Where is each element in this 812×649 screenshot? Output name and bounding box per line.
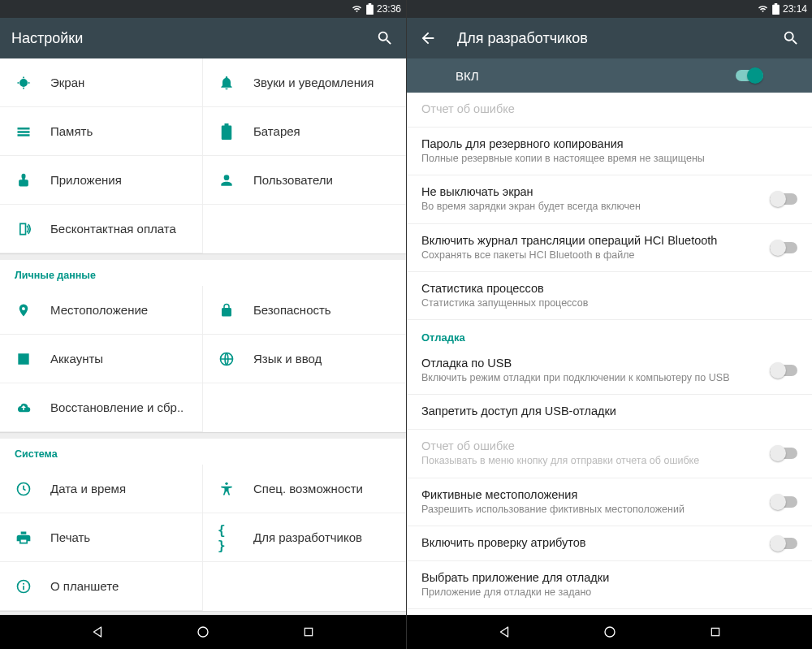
settings-item-sound[interactable]: Звуки и уведомления: [203, 58, 406, 107]
item-label: Батарея: [253, 124, 300, 138]
page-title: Для разработчиков: [457, 30, 762, 47]
settings-content: Экран Звуки и уведомления Память Батарея…: [0, 58, 406, 615]
row-switch: [770, 448, 797, 459]
row-switch[interactable]: [770, 242, 797, 253]
nav-home[interactable]: [602, 624, 618, 640]
row-title: Пароль для резервного копирования: [421, 137, 797, 150]
developer-row[interactable]: Выбрать приложение для отладкиПриложение…: [407, 561, 812, 609]
back-button[interactable]: [418, 28, 438, 48]
row-subtitle: Разрешить использование фиктивных местоп…: [421, 503, 760, 516]
settings-item-about[interactable]: О планшете: [0, 562, 203, 611]
search-icon: [376, 29, 394, 47]
wifi-icon: [757, 4, 769, 14]
location-icon: [15, 301, 32, 319]
nfc-icon: [15, 220, 32, 238]
lock-icon: [218, 301, 235, 319]
info-icon: [15, 578, 32, 595]
section-header: Отладка: [407, 320, 812, 347]
item-label: Язык и ввод: [253, 352, 322, 366]
settings-item-datetime[interactable]: Дата и время: [0, 465, 203, 513]
settings-item-nfc[interactable]: Бесконтактная оплата: [0, 205, 203, 253]
master-toggle-switch[interactable]: [736, 70, 763, 81]
settings-item-print[interactable]: Печать: [0, 513, 203, 562]
nav-back[interactable]: [496, 624, 512, 640]
item-label: Печать: [50, 530, 90, 544]
row-subtitle: Сохранять все пакеты HCI Bluetooth в фай…: [421, 249, 760, 262]
nav-recent[interactable]: [300, 624, 317, 640]
battery-icon: [366, 3, 374, 15]
master-toggle-row[interactable]: ВКЛ: [407, 58, 812, 93]
svg-point-6: [198, 627, 208, 637]
row-subtitle: Показывать в меню кнопку для отправки от…: [421, 454, 760, 467]
settings-item-location[interactable]: Местоположение: [0, 286, 203, 335]
search-icon: [782, 29, 800, 47]
accessibility-icon: [218, 480, 235, 498]
settings-item-developer[interactable]: { } Для разработчиков: [203, 513, 406, 562]
developer-row[interactable]: Фиктивные местоположенияРазрешить исполь…: [407, 478, 812, 526]
category-header: Личные данные: [0, 260, 406, 286]
app-bar: Настройки: [0, 18, 406, 58]
item-label: Приложения: [50, 173, 122, 187]
settings-item-language[interactable]: Язык и ввод: [203, 335, 406, 383]
nav-home[interactable]: [195, 624, 211, 640]
status-time: 23:14: [783, 3, 807, 15]
developer-screen: 23:14 Для разработчиков ВКЛ Отчет об оши…: [406, 0, 812, 649]
settings-item-memory[interactable]: Память: [0, 107, 203, 156]
nav-bar: [0, 615, 406, 649]
settings-item-apps[interactable]: Приложения: [0, 156, 203, 205]
svg-rect-7: [304, 628, 312, 635]
item-label: Спец. возможности: [253, 482, 363, 495]
clock-icon: [15, 480, 32, 498]
item-label: Бесконтактная оплата: [50, 222, 176, 236]
battery-icon: [218, 123, 235, 141]
settings-item-security[interactable]: Безопасность: [203, 286, 406, 335]
master-toggle-label: ВКЛ: [456, 69, 479, 83]
row-title: Включить проверку атрибутов: [421, 536, 760, 549]
nav-recent[interactable]: [707, 624, 723, 640]
settings-item-accessibility[interactable]: Спец. возможности: [203, 465, 406, 513]
category-header: Система: [0, 439, 406, 465]
page-title: Настройки: [11, 30, 356, 47]
row-switch[interactable]: [770, 538, 797, 549]
search-button[interactable]: [375, 28, 395, 48]
developer-row[interactable]: Статистика процессовСтатистика запущенны…: [407, 272, 812, 320]
app-bar: Для разработчиков: [407, 18, 812, 58]
row-title: Отчет об ошибке: [421, 102, 797, 115]
item-label: Звуки и уведомления: [253, 76, 374, 89]
row-switch[interactable]: [770, 193, 797, 205]
account-icon: [15, 350, 32, 368]
developer-row[interactable]: Пароль для резервного копированияПолные …: [407, 128, 812, 175]
settings-item-display[interactable]: Экран: [0, 58, 203, 107]
apps-icon: [15, 171, 32, 189]
memory-icon: [15, 123, 32, 141]
developer-row[interactable]: Включить проверку атрибутов: [407, 526, 812, 561]
developer-row[interactable]: Включить журнал трансляции операций HCI …: [407, 224, 812, 272]
developer-row[interactable]: Отладка по USBВключить режим отладки при…: [407, 347, 812, 395]
backup-icon: [15, 399, 32, 417]
row-title: Отладка по USB: [421, 357, 760, 370]
row-switch[interactable]: [770, 496, 797, 508]
status-time: 23:36: [377, 3, 401, 15]
svg-rect-9: [711, 628, 719, 635]
item-label: Аккаунты: [50, 352, 103, 366]
settings-item-backup[interactable]: Восстановление и сбр..: [0, 383, 203, 432]
item-label: Пользователи: [253, 173, 333, 187]
row-title: Фиктивные местоположения: [421, 488, 760, 501]
wifi-icon: [351, 4, 363, 14]
settings-item-users[interactable]: Пользователи: [203, 156, 406, 205]
settings-item-accounts[interactable]: Аккаунты: [0, 335, 203, 383]
display-icon: [15, 74, 32, 92]
row-subtitle: Включить режим отладки при подключении к…: [421, 371, 760, 384]
row-title: Не выключать экран: [421, 185, 760, 198]
nav-back[interactable]: [89, 624, 106, 640]
settings-screen: 23:36 Настройки Экран Звуки и уведомлени…: [0, 0, 406, 649]
developer-row[interactable]: Запретить доступ для USB-отладки: [407, 395, 812, 430]
settings-group: Экран Звуки и уведомления Память Батарея…: [0, 58, 406, 253]
settings-item-battery[interactable]: Батарея: [203, 107, 406, 156]
row-subtitle: Приложение для отладки не задано: [421, 586, 797, 599]
row-title: Включить журнал трансляции операций HCI …: [421, 234, 760, 247]
row-switch[interactable]: [770, 365, 797, 376]
search-button[interactable]: [781, 28, 801, 48]
developer-row[interactable]: Не выключать экранВо время зарядки экран…: [407, 175, 812, 223]
user-icon: [218, 171, 235, 189]
